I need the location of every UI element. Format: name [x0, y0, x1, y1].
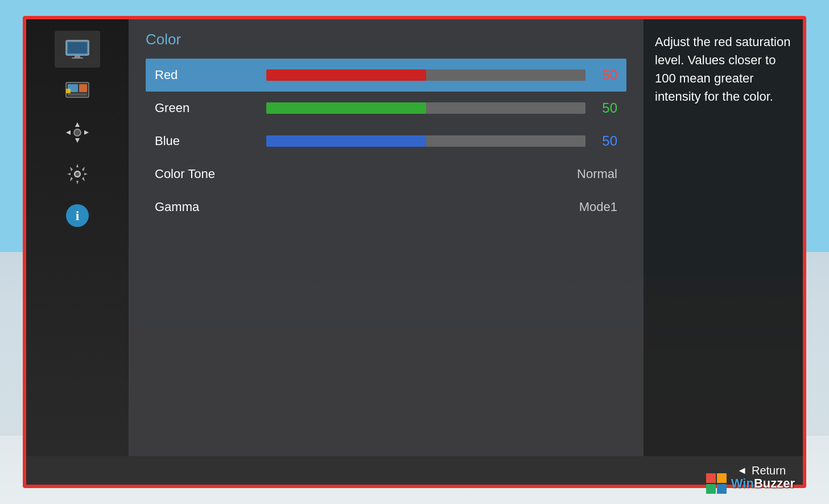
- green-bar-fill: [266, 102, 426, 114]
- sidebar-item-position[interactable]: [55, 114, 100, 151]
- red-value: 50: [595, 67, 617, 83]
- svg-rect-22: [717, 484, 727, 494]
- position-icon: [64, 121, 91, 144]
- bottom-bar: ◄ Return: [26, 456, 803, 485]
- svg-marker-12: [66, 130, 71, 135]
- blue-bar-fill: [266, 135, 426, 147]
- svg-rect-1: [68, 42, 87, 53]
- color-tone-label: Color Tone: [155, 167, 257, 181]
- green-bar: [266, 102, 585, 114]
- sidebar-item-info[interactable]: i: [55, 197, 100, 234]
- sidebar-item-display[interactable]: [55, 31, 100, 68]
- gear-icon: [64, 163, 91, 185]
- menu-item-red[interactable]: Red 50: [146, 59, 626, 92]
- tv-display: i Color Red 50 Green: [26, 19, 803, 485]
- red-bar: [266, 69, 585, 81]
- red-bar-fill: [266, 69, 426, 81]
- gamma-value: Mode1: [579, 200, 617, 214]
- osd-panel: i Color Red 50 Green: [26, 19, 803, 456]
- svg-rect-2: [75, 56, 80, 57]
- menu-item-blue[interactable]: Blue 50: [146, 125, 626, 158]
- menu-item-color-tone[interactable]: Color Tone Normal: [146, 158, 626, 191]
- svg-point-9: [74, 129, 81, 136]
- svg-rect-6: [79, 84, 87, 92]
- picture-icon: [64, 80, 91, 102]
- menu-item-green[interactable]: Green 50: [146, 92, 626, 125]
- blue-label: Blue: [155, 134, 257, 148]
- blue-value: 50: [595, 133, 617, 149]
- svg-point-16: [76, 172, 79, 176]
- svg-rect-21: [706, 484, 716, 494]
- svg-rect-3: [72, 57, 83, 59]
- watermark: WinBuzzer: [706, 473, 795, 494]
- info-icon: i: [64, 204, 91, 227]
- red-label: Red: [155, 68, 257, 82]
- help-panel: Adjust the red saturation level. Values …: [644, 19, 803, 456]
- sidebar: i: [26, 19, 129, 456]
- outer-border-container: i Color Red 50 Green: [23, 16, 806, 488]
- menu-item-gamma[interactable]: Gamma Mode1: [146, 191, 626, 224]
- svg-marker-13: [84, 130, 89, 135]
- section-title: Color: [146, 31, 626, 48]
- green-value: 50: [595, 100, 617, 116]
- color-tone-value: Normal: [577, 167, 617, 181]
- svg-marker-10: [75, 122, 80, 127]
- sidebar-item-picture[interactable]: [55, 72, 100, 109]
- sidebar-item-settings[interactable]: [55, 155, 100, 192]
- display-icon: [64, 38, 91, 61]
- svg-marker-11: [75, 138, 80, 143]
- blue-bar: [266, 135, 585, 147]
- gamma-label: Gamma: [155, 200, 257, 214]
- main-content: Color Red 50 Green 50: [129, 19, 644, 456]
- svg-text:i: i: [76, 208, 80, 223]
- svg-rect-19: [706, 473, 716, 483]
- svg-rect-20: [717, 473, 727, 483]
- watermark-brand: WinBuzzer: [731, 476, 795, 491]
- green-label: Green: [155, 101, 257, 115]
- svg-rect-7: [68, 93, 87, 96]
- help-text: Adjust the red saturation level. Values …: [655, 33, 791, 106]
- svg-rect-8: [66, 89, 71, 93]
